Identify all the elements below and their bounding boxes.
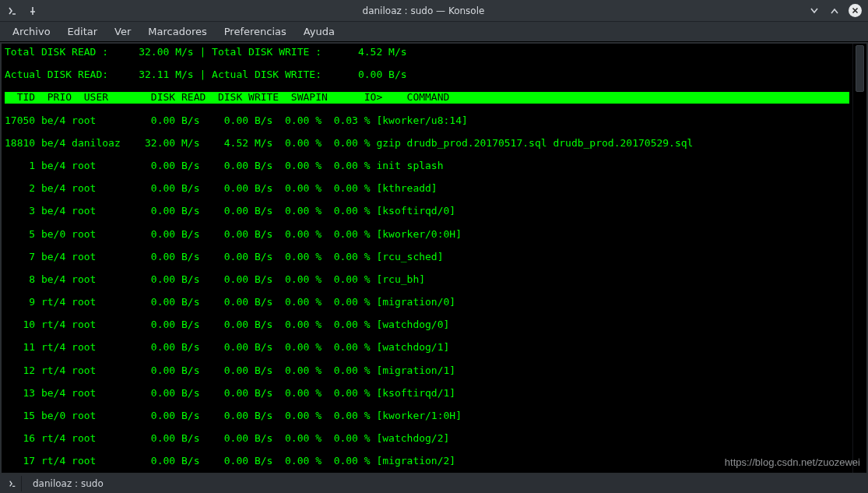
iotop-actuals-line: Actual DISK READ: 32.11 M/s | Actual DIS…	[5, 69, 849, 81]
iotop-row: 3 be/4 root 0.00 B/s 0.00 B/s 0.00 % 0.0…	[5, 206, 849, 217]
terminal-icon[interactable]	[6, 5, 19, 17]
iotop-row: 5 be/0 root 0.00 B/s 0.00 B/s 0.00 % 0.0…	[5, 229, 849, 241]
menu-editar[interactable]: Editar	[60, 23, 106, 40]
pin-icon[interactable]	[26, 5, 39, 17]
iotop-row: 17050 be/4 root 0.00 B/s 0.00 B/s 0.00 %…	[5, 115, 849, 127]
iotop-totals-line: Total DISK READ : 32.00 M/s | Total DISK…	[5, 47, 849, 58]
menu-ver[interactable]: Ver	[107, 23, 139, 40]
iotop-row: 11 rt/4 root 0.00 B/s 0.00 B/s 0.00 % 0.…	[5, 342, 849, 354]
iotop-row: 15 be/0 root 0.00 B/s 0.00 B/s 0.00 % 0.…	[5, 410, 849, 422]
iotop-row: 10 rt/4 root 0.00 B/s 0.00 B/s 0.00 % 0.…	[5, 319, 849, 331]
maximize-icon[interactable]	[828, 5, 841, 17]
scrollbar-thumb[interactable]	[856, 45, 864, 92]
iotop-row: 12 rt/4 root 0.00 B/s 0.00 B/s 0.00 % 0.…	[5, 365, 849, 377]
menu-ayuda[interactable]: Ayuda	[296, 23, 343, 40]
terminal-viewport: Total DISK READ : 32.00 M/s | Total DISK…	[2, 44, 866, 473]
iotop-row: 7 be/4 root 0.00 B/s 0.00 B/s 0.00 % 0.0…	[5, 252, 849, 263]
iotop-row: 8 be/4 root 0.00 B/s 0.00 B/s 0.00 % 0.0…	[5, 274, 849, 286]
iotop-row: 18810 be/4 daniloaz 32.00 M/s 4.52 M/s 0…	[5, 138, 849, 150]
statusbar: daniloaz : sudo	[0, 474, 868, 493]
window-title: daniloaz : sudo — Konsole	[45, 5, 802, 16]
iotop-header: TID PRIO USER DISK READ DISK WRITE SWAPI…	[5, 92, 849, 104]
terminal-tab[interactable]: daniloaz : sudo	[25, 476, 228, 491]
vertical-scrollbar[interactable]	[852, 44, 866, 473]
menu-preferencias[interactable]: Preferencias	[216, 23, 294, 40]
iotop-row: 16 rt/4 root 0.00 B/s 0.00 B/s 0.00 % 0.…	[5, 433, 849, 445]
terminal-output[interactable]: Total DISK READ : 32.00 M/s | Total DISK…	[2, 44, 852, 473]
close-icon[interactable]	[849, 4, 862, 17]
new-tab-button[interactable]	[3, 476, 22, 491]
menu-marcadores[interactable]: Marcadores	[140, 23, 214, 40]
iotop-row: 1 be/4 root 0.00 B/s 0.00 B/s 0.00 % 0.0…	[5, 160, 849, 172]
minimize-icon[interactable]	[808, 5, 821, 17]
iotop-row: 9 rt/4 root 0.00 B/s 0.00 B/s 0.00 % 0.0…	[5, 297, 849, 308]
iotop-row: 17 rt/4 root 0.00 B/s 0.00 B/s 0.00 % 0.…	[5, 456, 849, 467]
titlebar: daniloaz : sudo — Konsole	[0, 0, 868, 22]
menubar: Archivo Editar Ver Marcadores Preferenci…	[0, 22, 868, 42]
iotop-row: 13 be/4 root 0.00 B/s 0.00 B/s 0.00 % 0.…	[5, 388, 849, 400]
iotop-row: 2 be/4 root 0.00 B/s 0.00 B/s 0.00 % 0.0…	[5, 183, 849, 195]
menu-archivo[interactable]: Archivo	[5, 23, 58, 40]
